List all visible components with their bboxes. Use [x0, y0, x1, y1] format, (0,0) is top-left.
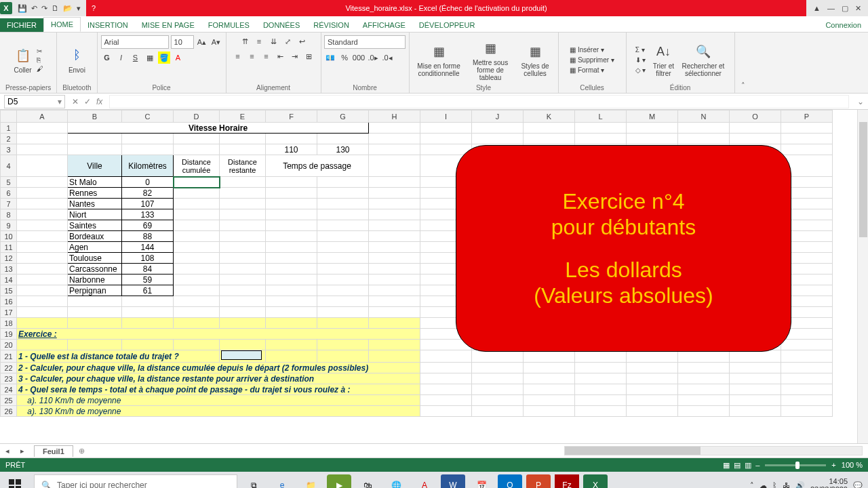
active-cell[interactable] — [174, 177, 220, 188]
row-header[interactable]: 6 — [1, 188, 17, 199]
borders-icon[interactable]: ▦ — [144, 52, 156, 64]
thousands-icon[interactable]: 000 — [353, 52, 365, 64]
row-header[interactable]: 22 — [1, 363, 17, 373]
tab-developer[interactable]: DÉVELOPPEUR — [412, 18, 482, 32]
signin-link[interactable]: Connexion — [818, 18, 868, 32]
orientation-icon[interactable]: ⤢ — [281, 35, 294, 47]
taskbar-app-word[interactable]: W — [441, 474, 465, 488]
tray-bluetooth-icon[interactable]: ᛒ — [772, 481, 777, 488]
bluetooth-send-button[interactable]: ᛒ Envoi — [67, 46, 86, 74]
taskbar-app-acrobat[interactable]: A — [412, 474, 437, 488]
tab-layout[interactable]: MISE EN PAGE — [135, 18, 201, 32]
taskbar-app-edge[interactable]: e — [270, 474, 294, 488]
col-header[interactable]: P — [781, 110, 833, 123]
row-header[interactable]: 1 — [1, 123, 17, 134]
collapse-ribbon-icon[interactable]: ˄ — [735, 33, 751, 93]
autosum-icon[interactable]: Σ ▾ — [635, 46, 646, 54]
zoom-out-icon[interactable]: – — [755, 461, 760, 469]
bold-button[interactable]: G — [101, 52, 113, 64]
cell-header[interactable]: Ville — [68, 155, 122, 177]
currency-icon[interactable]: 💶 — [324, 52, 336, 64]
tab-file[interactable]: FICHIER — [0, 18, 43, 32]
taskbar-app-calendar[interactable]: 📅 — [469, 474, 494, 488]
increase-decimal-icon[interactable]: .0▸ — [367, 52, 379, 64]
col-header[interactable]: C — [122, 110, 174, 123]
add-sheet-icon[interactable]: ⊕ — [79, 447, 85, 455]
redo-icon[interactable]: ↷ — [41, 4, 47, 13]
taskbar-app-explorer[interactable]: 📁 — [298, 474, 323, 488]
row-header[interactable]: 11 — [1, 242, 17, 253]
cell[interactable]: 0 — [122, 177, 174, 188]
ribbon-options-icon[interactable]: ▲ — [813, 4, 821, 13]
tray-notifications-icon[interactable]: 💬 — [853, 481, 863, 489]
row-header[interactable]: 17 — [1, 307, 17, 318]
col-header[interactable]: L — [575, 110, 627, 123]
number-format-select[interactable]: Standard — [324, 35, 406, 49]
col-header[interactable]: G — [317, 110, 369, 123]
formula-input[interactable] — [109, 95, 849, 108]
cell[interactable]: 110 — [266, 144, 317, 155]
tab-home[interactable]: HOME — [43, 17, 81, 32]
col-header[interactable]: F — [266, 110, 317, 123]
cell-title[interactable]: Vitesse Horaire — [68, 123, 369, 134]
row-header[interactable]: 14 — [1, 274, 17, 285]
decrease-indent-icon[interactable]: ⇤ — [275, 50, 287, 62]
col-header[interactable]: A — [17, 110, 68, 123]
row-header[interactable]: 26 — [1, 406, 17, 417]
percent-icon[interactable]: % — [338, 52, 351, 64]
conditional-format-button[interactable]: ▦Mise en forme conditionnelle — [415, 42, 462, 77]
cell[interactable]: Rennes — [68, 188, 122, 199]
format-cells-button[interactable]: ▦ Format ▾ — [570, 66, 614, 74]
zoom-level[interactable]: 100 % — [842, 461, 863, 469]
increase-font-icon[interactable]: A▴ — [196, 36, 208, 48]
tab-insert[interactable]: INSERTION — [81, 18, 135, 32]
row-header[interactable]: 24 — [1, 384, 17, 395]
cell-header[interactable]: Temps de passage — [266, 155, 369, 177]
cell-header[interactable]: Distance restante — [220, 155, 266, 177]
row-header[interactable]: 5 — [1, 177, 17, 188]
row-header[interactable]: 23 — [1, 373, 17, 384]
cell[interactable]: Saintes — [68, 220, 122, 231]
cell[interactable]: Niort — [68, 209, 122, 220]
select-all-corner[interactable] — [1, 110, 17, 123]
undo-icon[interactable]: ↶ — [31, 4, 37, 13]
increase-indent-icon[interactable]: ⇥ — [289, 50, 301, 62]
taskbar-app-filezilla[interactable]: Fz — [555, 474, 579, 488]
taskbar-app-excel[interactable]: X — [583, 474, 608, 488]
cancel-formula-icon[interactable]: ✕ — [72, 97, 79, 106]
row-header[interactable]: 12 — [1, 253, 17, 264]
underline-button[interactable]: S — [130, 52, 142, 64]
tab-view[interactable]: AFFICHAGE — [356, 18, 412, 32]
taskbar-app-store[interactable]: 🛍 — [355, 474, 380, 488]
answer-box[interactable] — [221, 350, 262, 360]
task-view-icon[interactable]: ⧉ — [241, 474, 266, 488]
font-color-icon[interactable]: A — [172, 52, 184, 64]
minimize-icon[interactable]: — — [827, 4, 835, 13]
scrollbar-thumb[interactable] — [565, 447, 701, 455]
save-icon[interactable]: 💾 — [18, 4, 27, 13]
col-header[interactable]: N — [678, 110, 730, 123]
find-select-button[interactable]: 🔍Rechercher et sélectionner — [681, 42, 725, 77]
tray-clock[interactable]: 14:05 23/03/2020 — [810, 477, 848, 488]
cell-header[interactable]: Distance cumulée — [174, 155, 220, 177]
maximize-icon[interactable]: ▢ — [842, 4, 848, 13]
col-header[interactable]: K — [524, 110, 575, 123]
wrap-text-icon[interactable]: ↩ — [296, 35, 308, 47]
cell[interactable]: Narbonne — [68, 274, 122, 285]
cell[interactable]: 144 — [122, 242, 174, 253]
tab-review[interactable]: RÉVISION — [307, 18, 356, 32]
name-box[interactable]: D5▾ — [4, 95, 65, 108]
row-header[interactable]: 15 — [1, 285, 17, 296]
horizontal-scrollbar[interactable] — [564, 446, 863, 455]
cell-styles-button[interactable]: ▦Styles de cellules — [518, 42, 552, 77]
tray-network-icon[interactable]: 🖧 — [783, 481, 790, 488]
col-header[interactable]: D — [174, 110, 220, 123]
align-left-icon[interactable]: ≡ — [232, 50, 244, 62]
cell[interactable]: Agen — [68, 242, 122, 253]
callout-shape[interactable]: Exercice n°4 pour débutants Les dollards… — [456, 145, 791, 352]
cell[interactable]: Nantes — [68, 199, 122, 209]
col-header[interactable]: H — [369, 110, 420, 123]
cut-icon[interactable]: ✂ — [37, 47, 43, 55]
row-header[interactable]: 21 — [1, 350, 17, 363]
tray-overflow-icon[interactable]: ˄ — [750, 481, 754, 489]
